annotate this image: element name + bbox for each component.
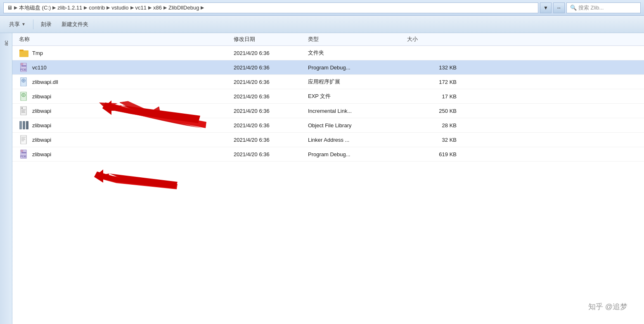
file-type: Incremental Link... [308, 108, 407, 114]
file-type: Program Debug... [308, 151, 407, 157]
col-size: 大小 [407, 36, 465, 43]
svg-rect-21 [21, 111, 25, 112]
burn-button[interactable]: 刻录 [37, 19, 56, 30]
share-dropdown-icon: ▼ [21, 22, 26, 26]
svg-rect-24 [23, 121, 25, 129]
svg-point-36 [21, 150, 23, 152]
file-type: EXP 文件 [308, 93, 407, 100]
file-name-cell: zlibwapi [19, 135, 234, 145]
svg-point-16 [23, 95, 24, 96]
search-icon: 🔍 [570, 5, 577, 11]
file-list: Tmp 2021/4/20 6:36 文件夹 PDB vc110 2021/4/… [12, 46, 644, 324]
file-modified: 2021/4/20 6:36 [234, 79, 308, 85]
breadcrumb-vstudio[interactable]: vstudio [111, 5, 128, 11]
svg-rect-0 [19, 50, 28, 57]
new-folder-button[interactable]: 新建文件夹 [57, 19, 92, 30]
svg-rect-20 [21, 110, 26, 110]
file-name-cell: Tmp [19, 48, 234, 58]
toolbar-divider-1 [33, 19, 33, 29]
file-size: 250 KB [407, 108, 465, 114]
svg-rect-25 [26, 121, 28, 129]
breadcrumb-vc11[interactable]: vc11 [135, 5, 147, 11]
search-box[interactable]: 🔍 搜索 Zlib... [566, 2, 641, 13]
table-row[interactable]: zlibwapi 2021/4/20 6:36 Linker Address .… [12, 133, 644, 147]
file-modified: 2021/4/20 6:36 [234, 50, 308, 56]
breadcrumb-path[interactable]: 🖥 ▶ 本地磁盘 (C:) ▶ zlib-1.2.11 ▶ contrib ▶ … [3, 2, 538, 13]
watermark: 知乎 @追梦 [588, 302, 627, 312]
address-bar: 🖥 ▶ 本地磁盘 (C:) ▶ zlib-1.2.11 ▶ contrib ▶ … [0, 0, 644, 16]
nav-go-button[interactable]: ↔ [553, 2, 565, 13]
svg-text:PDB: PDB [20, 68, 26, 71]
file-name-cell: zlibwapi [19, 106, 234, 116]
col-type: 类型 [308, 36, 407, 43]
file-icon [19, 91, 29, 101]
svg-rect-29 [21, 138, 25, 139]
file-name-cell: zlibwapi [19, 91, 234, 101]
file-type: Program Debug... [308, 64, 407, 71]
layout: ac 名称 修改日期 类型 大小 Tmp 2021/4/20 6:36 文件夹 … [0, 33, 644, 324]
file-name: zlibwapi [32, 93, 51, 100]
svg-rect-23 [19, 121, 22, 129]
file-modified: 2021/4/20 6:36 [234, 93, 308, 100]
file-size: 32 KB [407, 137, 465, 143]
table-row[interactable]: Tmp 2021/4/20 6:36 文件夹 [12, 46, 644, 60]
table-row[interactable]: zlibwapi.dll 2021/4/20 6:36 应用程序扩展 172 K… [12, 75, 644, 89]
file-name: zlibwapi [32, 151, 51, 157]
breadcrumb-zlibdlldebug[interactable]: ZlibDllDebug [168, 5, 199, 11]
file-name-cell: zlibwapi.dll [19, 77, 234, 87]
breadcrumb-c-drive[interactable]: 本地磁盘 (C:) [19, 4, 51, 12]
table-row[interactable]: PDB vc110 2021/4/20 6:36 Program Debug..… [12, 60, 644, 75]
content-area: 名称 修改日期 类型 大小 Tmp 2021/4/20 6:36 文件夹 PDB… [12, 33, 644, 324]
file-name: zlibwapi.dll [32, 79, 58, 85]
toolbar: 共享 ▼ 刻录 新建文件夹 [0, 16, 644, 33]
svg-point-6 [21, 63, 23, 65]
file-name: zlibwapi [32, 108, 51, 114]
file-modified: 2021/4/20 6:36 [234, 151, 308, 157]
file-modified: 2021/4/20 6:36 [234, 122, 308, 129]
sidebar-label: ac [3, 40, 9, 46]
column-headers: 名称 修改日期 类型 大小 [12, 33, 644, 46]
file-icon [19, 77, 29, 87]
burn-label: 刻录 [41, 21, 52, 28]
svg-rect-22 [21, 112, 25, 113]
file-name: Tmp [32, 50, 43, 56]
nav-refresh-button[interactable]: ▼ [540, 2, 552, 13]
file-icon [19, 48, 29, 58]
share-button[interactable]: 共享 ▼ [5, 19, 30, 30]
svg-rect-31 [21, 141, 24, 141]
file-modified: 2021/4/20 6:36 [234, 64, 308, 71]
table-row[interactable]: zlibwapi 2021/4/20 6:36 Object File Libr… [12, 118, 644, 133]
svg-rect-28 [21, 137, 26, 138]
svg-rect-19 [21, 107, 23, 109]
svg-rect-30 [21, 139, 25, 140]
file-name: zlibwapi [32, 137, 51, 143]
svg-rect-4 [21, 65, 26, 67]
file-modified: 2021/4/20 6:36 [234, 137, 308, 143]
file-icon: PDB [19, 62, 29, 72]
file-type: 文件夹 [308, 49, 407, 57]
file-size: 17 KB [407, 93, 465, 100]
breadcrumb-item: 🖥 [7, 5, 12, 11]
file-name: zlibwapi [32, 122, 51, 129]
svg-text:PDB: PDB [20, 155, 26, 158]
share-label: 共享 [9, 21, 20, 28]
file-type: 应用程序扩展 [308, 78, 407, 86]
file-icon [19, 106, 29, 116]
table-row[interactable]: zlibwapi 2021/4/20 6:36 Incremental Link… [12, 104, 644, 118]
breadcrumb-zlib[interactable]: zlib-1.2.11 [57, 5, 82, 11]
file-name: vc110 [32, 64, 47, 71]
file-name-cell: PDB zlibwapi [19, 149, 234, 159]
file-size: 172 KB [407, 79, 465, 85]
file-icon [19, 135, 29, 145]
table-row[interactable]: zlibwapi 2021/4/20 6:36 EXP 文件 17 KB [12, 89, 644, 104]
file-icon: PDB [19, 149, 29, 159]
sidebar: ac [0, 33, 12, 324]
table-row[interactable]: PDB zlibwapi 2021/4/20 6:36 Program Debu… [12, 147, 644, 162]
file-type: Object File Library [308, 122, 407, 129]
col-name: 名称 [19, 36, 234, 43]
breadcrumb-x86[interactable]: x86 [153, 5, 162, 11]
breadcrumb-contrib[interactable]: contrib [89, 5, 105, 11]
file-size: 132 KB [407, 64, 465, 71]
file-name-cell: PDB vc110 [19, 62, 234, 72]
file-size: 619 KB [407, 151, 465, 157]
